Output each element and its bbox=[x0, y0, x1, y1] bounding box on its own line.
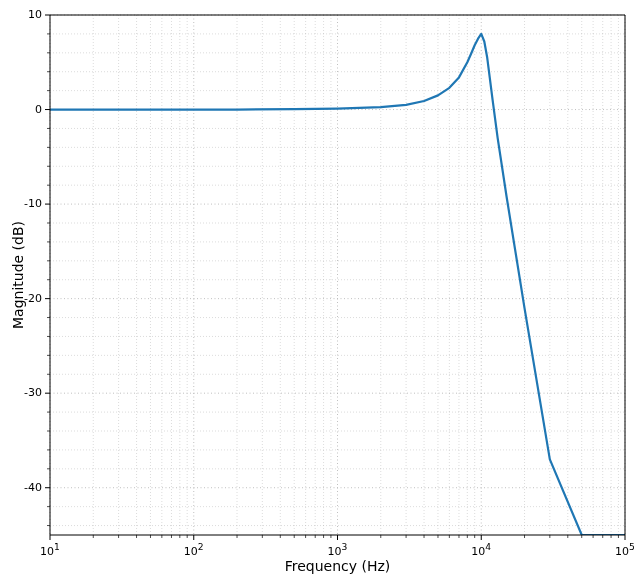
x-tick-label: 104 bbox=[467, 541, 495, 558]
x-axis-label-text: Frequency (Hz) bbox=[285, 558, 391, 574]
x-axis-label: Frequency (Hz) bbox=[50, 558, 625, 574]
x-tick-label: 103 bbox=[324, 541, 352, 558]
x-tick-label: 102 bbox=[180, 541, 208, 558]
figure: 101102103104105 -40-30-20-10010 Frequenc… bbox=[0, 0, 640, 584]
plot-svg bbox=[50, 15, 625, 535]
plot-axes bbox=[50, 15, 625, 535]
y-axis-label-text: Magnitude (dB) bbox=[10, 221, 26, 329]
x-tick-label: 105 bbox=[611, 541, 639, 558]
x-tick-label: 101 bbox=[36, 541, 64, 558]
y-axis-label: Magnitude (dB) bbox=[8, 15, 28, 535]
